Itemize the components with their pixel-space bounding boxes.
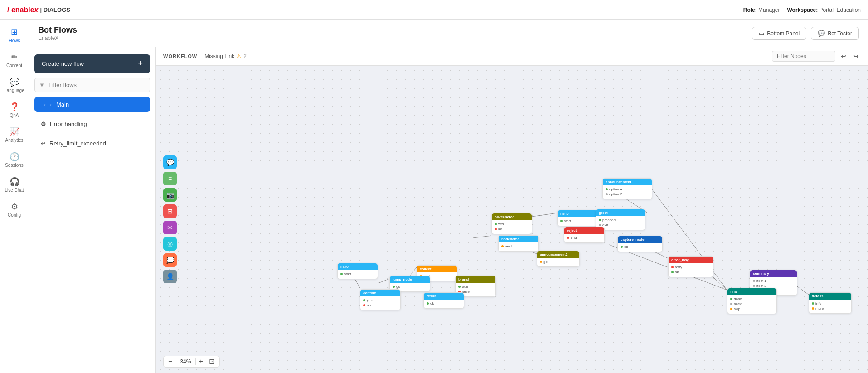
nav-label-language: Language (4, 88, 24, 93)
page-header: Bot Flows EnableX ▭ Bottom Panel 💬 Bot T… (29, 20, 868, 47)
page-title: Bot Flows (38, 25, 77, 35)
filter-nodes-input[interactable] (772, 51, 835, 62)
nav-item-analytics[interactable]: 📈 Analytics (2, 123, 27, 146)
node-announcement[interactable]: announcement option A option B (602, 178, 652, 199)
svg-line-4 (473, 236, 491, 238)
bottom-panel-button[interactable]: ▭ Bottom Panel (752, 27, 806, 40)
role-label: Role: Manager (743, 7, 780, 13)
page-header-left: Bot Flows EnableX (38, 25, 77, 41)
left-nav: ⊞ Flows ✏ Content 💬 Language ❓ QnA 📈 Ana… (0, 20, 29, 373)
page-header-right: ▭ Bottom Panel 💬 Bot Tester (752, 27, 859, 40)
filter-flows-input[interactable] (34, 78, 150, 92)
canvas-area: WORKFLOW Missing Link ⚠ 2 ↩ ↪ (156, 47, 868, 373)
nav-label-sessions: Sessions (5, 163, 24, 168)
page-content: Bot Flows EnableX ▭ Bottom Panel 💬 Bot T… (29, 20, 868, 373)
nav-item-config[interactable]: ⚙ Config (2, 198, 27, 221)
nav-label-analytics: Analytics (5, 138, 23, 143)
nav-label-config: Config (8, 213, 21, 218)
canvas-toolbar-left: WORKFLOW Missing Link ⚠ 2 (163, 53, 247, 60)
node-result[interactable]: result ok (423, 292, 464, 309)
canvas-list-icon-btn[interactable]: ≡ (163, 172, 177, 185)
workflow-label: WORKFLOW (163, 53, 197, 59)
missing-link: Missing Link ⚠ 2 (204, 53, 247, 60)
canvas-target-icon-btn[interactable]: ◎ (163, 237, 177, 251)
warning-icon: ⚠ (236, 53, 242, 60)
node-details[interactable]: details info more (809, 292, 852, 314)
flow-item-main[interactable]: →→ Main (34, 97, 150, 112)
topbar-right: Role: Manager Workspace: Portal_Educatio… (743, 7, 861, 13)
bot-tester-icon: 💬 (818, 30, 825, 37)
zoom-out-button[interactable]: − (168, 358, 172, 365)
flow-error-icon: ⚙ (41, 121, 46, 127)
flow-item-retry[interactable]: ↩ Retry_limit_exceeded (34, 136, 150, 151)
zoom-level: 34% (178, 358, 193, 365)
nav-item-flows[interactable]: ⊞ Flows (2, 24, 27, 47)
redo-button[interactable]: ↪ (852, 52, 861, 61)
zoom-divider3 (206, 358, 206, 365)
canvas-circle-chat-icon-btn[interactable]: 💭 (163, 253, 177, 267)
node-error-msg[interactable]: error_msg retry ok (668, 256, 713, 277)
flow-retry-icon: ↩ (41, 140, 46, 147)
canvas-person-icon-btn[interactable]: 👤 (163, 270, 177, 283)
nav-item-sessions[interactable]: 🕐 Sessions (2, 148, 27, 171)
flow-item-error[interactable]: ⚙ Error handling (34, 116, 150, 131)
zoom-bar: − 34% + ⊡ (163, 356, 220, 368)
nav-item-livechat[interactable]: 🎧 Live Chat (2, 173, 27, 196)
breadcrumb: EnableX (38, 35, 77, 41)
brand-logo: / enablex | DIALOGS (7, 6, 70, 14)
topbar: / enablex | DIALOGS Role: Manager Worksp… (0, 0, 868, 20)
flows-sidebar: Create new flow + ▼ →→ Main ⚙ Error hand… (29, 47, 156, 373)
workspace-label: Workspace: Portal_Education (787, 7, 861, 13)
canvas-icon-bar: 💬 ≡ 📷 ⊞ ✉ ◎ 💭 👤 (163, 155, 177, 283)
canvas-grid-icon-btn[interactable]: ⊞ (163, 204, 177, 218)
create-flow-button[interactable]: Create new flow + (34, 54, 150, 73)
nav-label-qna: QnA (10, 113, 19, 118)
node-final[interactable]: final done back skip (727, 288, 777, 314)
qna-icon: ❓ (10, 102, 19, 112)
canvas-email-icon-btn[interactable]: ✉ (163, 221, 177, 234)
bottom-panel-icon: ▭ (759, 30, 764, 37)
topbar-left: / enablex | DIALOGS (7, 6, 70, 14)
language-icon: 💬 (10, 77, 19, 87)
analytics-icon: 📈 (10, 127, 19, 137)
livechat-icon: 🎧 (10, 177, 19, 187)
zoom-divider (175, 358, 175, 365)
fit-button[interactable]: ⊡ (209, 358, 215, 365)
zoom-in-button[interactable]: + (199, 358, 203, 365)
canvas-capture-icon-btn[interactable]: 📷 (163, 188, 177, 202)
node-hello[interactable]: hello start (557, 210, 598, 226)
node-confirm[interactable]: confirm yes no (360, 289, 401, 310)
flow-main-icon: →→ (41, 101, 53, 108)
canvas-chat-icon-btn[interactable]: 💬 (163, 155, 177, 169)
node-announcement2[interactable]: announcement2 go (537, 251, 580, 267)
canvas-toolbar-right: ↩ ↪ (772, 51, 861, 62)
bot-tester-button[interactable]: 💬 Bot Tester (811, 27, 859, 40)
nav-item-content[interactable]: ✏ Content (2, 48, 27, 72)
svg-line-1 (378, 279, 389, 283)
node-nodename[interactable]: nodename next (498, 235, 539, 252)
nav-item-language[interactable]: 💬 Language (2, 73, 27, 97)
main-area: Create new flow + ▼ →→ Main ⚙ Error hand… (29, 47, 868, 373)
canvas[interactable]: 💬 ≡ 📷 ⊞ ✉ ◎ 💭 👤 (156, 66, 868, 373)
zoom-divider2 (195, 358, 196, 365)
node-olivechoice[interactable]: olivechoice yes no (491, 213, 532, 234)
nav-item-qna[interactable]: ❓ QnA (2, 98, 27, 121)
undo-button[interactable]: ↩ (839, 52, 848, 61)
filter-icon: ▼ (39, 82, 45, 88)
nav-label-livechat: Live Chat (5, 188, 24, 193)
nav-label-flows: Flows (8, 38, 20, 43)
nav-label-content: Content (6, 63, 22, 68)
brand-enablex-text: / enablex (7, 6, 38, 14)
main-layout: ⊞ Flows ✏ Content 💬 Language ❓ QnA 📈 Ana… (0, 20, 868, 373)
sessions-icon: 🕐 (10, 152, 19, 162)
brand-dialogs-text: | DIALOGS (40, 6, 70, 13)
filter-wrap: ▼ (34, 78, 150, 92)
canvas-toolbar: WORKFLOW Missing Link ⚠ 2 ↩ ↪ (156, 47, 868, 66)
config-icon: ⚙ (11, 202, 18, 212)
content-icon: ✏ (11, 52, 18, 62)
node-intro[interactable]: intro start (337, 263, 378, 279)
plus-icon: + (138, 59, 143, 68)
node-reject[interactable]: reject end (564, 227, 605, 243)
node-capture[interactable]: capture_node ok (617, 236, 663, 252)
flows-icon: ⊞ (11, 27, 18, 37)
